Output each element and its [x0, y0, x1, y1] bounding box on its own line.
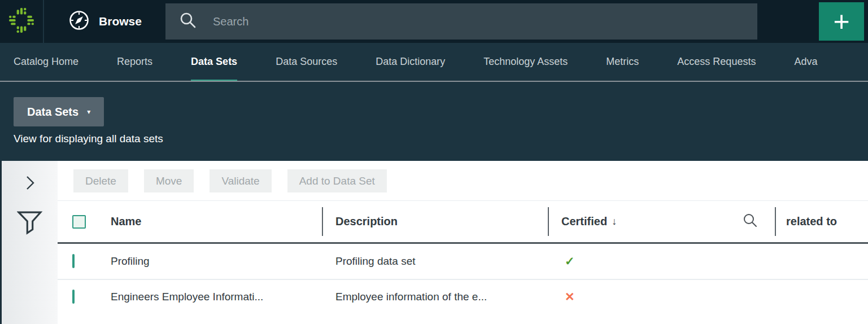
bulk-actions-toolbar: Delete Move Validate Add to Data Set	[58, 161, 868, 200]
search-input[interactable]	[213, 15, 757, 28]
delete-button[interactable]: Delete	[73, 169, 128, 192]
select-all-checkbox[interactable]	[72, 215, 86, 229]
expand-sidebar-button[interactable]	[24, 174, 36, 191]
filter-funnel-icon	[17, 229, 43, 238]
tab-metrics[interactable]: Metrics	[606, 43, 639, 81]
add-button[interactable]: +	[819, 2, 864, 41]
tab-technology-assets[interactable]: Technology Assets	[483, 43, 568, 81]
data-sets-main: Delete Move Validate Add to Data Set Nam…	[58, 161, 868, 324]
column-header-certified[interactable]: Certified ↓	[548, 201, 775, 242]
move-button[interactable]: Move	[144, 169, 194, 192]
content-area: Delete Move Validate Add to Data Set Nam…	[0, 161, 868, 324]
catalog-nav: Catalog Home Reports Data Sets Data Sour…	[0, 43, 868, 82]
table-row[interactable]: Engineers Employee Informati... Employee…	[58, 279, 868, 314]
filter-button[interactable]	[17, 210, 43, 236]
certified-cell: ✕	[548, 290, 775, 304]
column-header-name[interactable]: Name	[111, 201, 322, 242]
topbar-spacer	[757, 0, 819, 43]
not-certified-cross-icon: ✕	[561, 290, 575, 303]
chevron-down-icon: ▾	[87, 108, 90, 116]
global-search-bar[interactable]	[165, 3, 757, 40]
tab-data-dictionary[interactable]: Data Dictionary	[376, 43, 445, 81]
tab-advanced-truncated[interactable]: Adva	[794, 43, 817, 81]
row-select-cell	[58, 255, 111, 268]
validate-button[interactable]: Validate	[210, 169, 271, 192]
add-to-data-set-button[interactable]: Add to Data Set	[287, 169, 387, 192]
browse-button[interactable]: Browse	[44, 0, 165, 43]
data-set-name-link[interactable]: Profiling	[111, 255, 322, 268]
tab-data-sets[interactable]: Data Sets	[191, 43, 237, 81]
column-header-description[interactable]: Description	[322, 201, 548, 242]
row-checkbox[interactable]	[72, 254, 75, 268]
filter-sidebar	[2, 161, 58, 324]
browse-label: Browse	[99, 15, 142, 28]
certified-header-label: Certified	[561, 215, 607, 228]
compass-icon	[68, 9, 90, 34]
page-header: Data Sets ▾ View for displaying all data…	[0, 82, 868, 161]
select-all-cell	[58, 201, 111, 242]
certified-check-icon: ✓	[561, 255, 575, 268]
row-select-cell	[58, 291, 111, 303]
app-logo[interactable]	[0, 0, 44, 43]
column-search-icon[interactable]	[743, 213, 758, 231]
view-description: View for displaying all data sets	[14, 133, 868, 145]
data-set-description: Employee information of the e...	[322, 291, 548, 303]
column-header-related-to[interactable]: related to	[775, 201, 868, 242]
data-sets-table: Name Description Certified ↓ related to	[58, 200, 868, 314]
row-checkbox[interactable]	[72, 290, 75, 304]
tab-data-sources[interactable]: Data Sources	[276, 43, 337, 81]
alation-logo-icon	[8, 7, 35, 36]
tab-reports[interactable]: Reports	[117, 43, 152, 81]
page-title: Data Sets	[27, 106, 78, 119]
data-set-name-link[interactable]: Engineers Employee Informati...	[111, 291, 322, 303]
tab-catalog-home[interactable]: Catalog Home	[14, 43, 78, 81]
certified-cell: ✓	[548, 255, 775, 268]
tab-access-requests[interactable]: Access Requests	[677, 43, 756, 81]
data-sets-view-dropdown[interactable]: Data Sets ▾	[14, 97, 104, 126]
sort-descending-icon: ↓	[612, 216, 617, 227]
data-set-description: Profiling data set	[322, 255, 548, 268]
top-bar: Browse +	[0, 0, 868, 43]
table-header-row: Name Description Certified ↓ related to	[58, 200, 868, 244]
chevron-right-icon	[24, 185, 36, 193]
search-icon	[179, 11, 197, 32]
table-row[interactable]: Profiling Profiling data set ✓	[58, 244, 868, 279]
